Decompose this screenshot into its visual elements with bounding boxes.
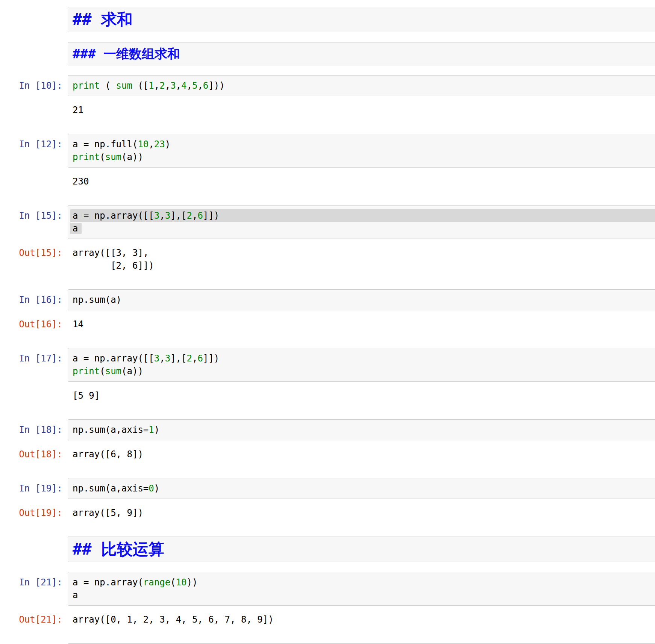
notebook: ## 求和 ### 一维数组求和 In [10]: print ( sum ([…: [0, 0, 655, 644]
markdown-cell-comparison: ## 比较运算: [0, 537, 655, 562]
input-prompt: In [15]:: [0, 205, 68, 222]
code-cell-12: In [12]: a = np.full(10,23)print(sum(a))…: [0, 134, 655, 188]
code-editor[interactable]: np.sum(a): [70, 293, 655, 306]
input-prompt: In [21]:: [0, 572, 68, 589]
markdown-header-source: ### 一维数组求和: [73, 46, 180, 61]
code-cell-19: In [19]: np.sum(a,axis=0) Out[19]: array…: [0, 478, 655, 519]
prompt-spacer: [0, 42, 68, 46]
markdown-editor[interactable]: ## 比较运算: [68, 537, 655, 562]
code-input[interactable]: a = np.array([[3,3],[2,6]])a: [68, 205, 655, 239]
code-input[interactable]: a = np.array(range(10))a: [68, 572, 655, 606]
code-editor[interactable]: print ( sum ([1,2,3,4,5,6])): [70, 79, 655, 92]
code-cell-10: In [10]: print ( sum ([1,2,3,4,5,6])) 21: [0, 75, 655, 116]
markdown-editor[interactable]: ## 求和: [68, 7, 655, 32]
code-cell-16: In [16]: np.sum(a) Out[16]: 14: [0, 289, 655, 331]
input-prompt: In [17]:: [0, 348, 68, 365]
output-text: 14: [68, 316, 655, 331]
input-prompt: In [18]:: [0, 419, 68, 436]
output-prompt: [0, 387, 68, 389]
markdown-cell-sum: ## 求和: [0, 7, 655, 32]
code-editor[interactable]: a = np.full(10,23)print(sum(a)): [70, 138, 655, 163]
output-prompt: Out[15]:: [0, 245, 68, 259]
code-cell-15: In [15]: a = np.array([[3,3],[2,6]])a Ou…: [0, 205, 655, 272]
output-text: [5 9]: [68, 387, 655, 402]
prompt-spacer: [0, 537, 68, 541]
input-prompt: In [12]:: [0, 134, 68, 151]
code-input[interactable]: np.sum(a,axis=0): [68, 478, 655, 499]
markdown-header-source: ## 求和: [73, 10, 133, 29]
code-editor[interactable]: np.sum(a,axis=1): [70, 423, 655, 436]
code-editor[interactable]: a = np.array([[3,3],[2,6]])print(sum(a)): [70, 352, 655, 378]
output-text: array([6, 8]): [68, 446, 655, 461]
output-text: 230: [68, 173, 655, 188]
code-cell-17: In [17]: a = np.array([[3,3],[2,6]])prin…: [0, 348, 655, 402]
code-editor[interactable]: np.sum(a,axis=0): [70, 482, 655, 495]
output-prompt: [0, 102, 68, 104]
code-input[interactable]: np.sum(a): [68, 289, 655, 310]
code-editor[interactable]: a = np.array(range(10))a: [70, 576, 655, 602]
output-text: array([0, 1, 2, 3, 4, 5, 6, 7, 8, 9]): [68, 611, 655, 626]
input-prompt: In [19]:: [0, 478, 68, 495]
code-input[interactable]: print ( sum ([1,2,3,4,5,6])): [68, 75, 655, 96]
code-input[interactable]: np.sum(a,axis=1): [68, 419, 655, 440]
code-input[interactable]: a = np.array([[3,3],[2,6]])print(sum(a)): [68, 348, 655, 382]
input-prompt: In [16]:: [0, 289, 68, 306]
output-prompt: Out[18]:: [0, 446, 68, 461]
output-text: 21: [68, 102, 655, 116]
markdown-editor[interactable]: ### 一维数组求和: [68, 42, 655, 65]
code-cell-21: In [21]: a = np.array(range(10))a Out[21…: [0, 572, 655, 626]
output-text: array([5, 9]): [68, 505, 655, 519]
output-text: array([[3, 3], [2, 6]]): [68, 245, 655, 272]
markdown-cell-1d-sum: ### 一维数组求和: [0, 42, 655, 65]
output-prompt: Out[21]:: [0, 611, 68, 626]
code-cell-18: In [18]: np.sum(a,axis=1) Out[18]: array…: [0, 419, 655, 461]
output-prompt: [0, 173, 68, 175]
code-input[interactable]: a = np.full(10,23)print(sum(a)): [68, 134, 655, 168]
input-prompt: In [10]:: [0, 75, 68, 92]
output-prompt: Out[16]:: [0, 316, 68, 331]
output-prompt: Out[19]:: [0, 505, 68, 519]
code-editor[interactable]: a = np.array([[3,3],[2,6]])a: [70, 209, 655, 235]
markdown-header-source: ## 比较运算: [73, 540, 164, 558]
prompt-spacer: [0, 7, 68, 11]
